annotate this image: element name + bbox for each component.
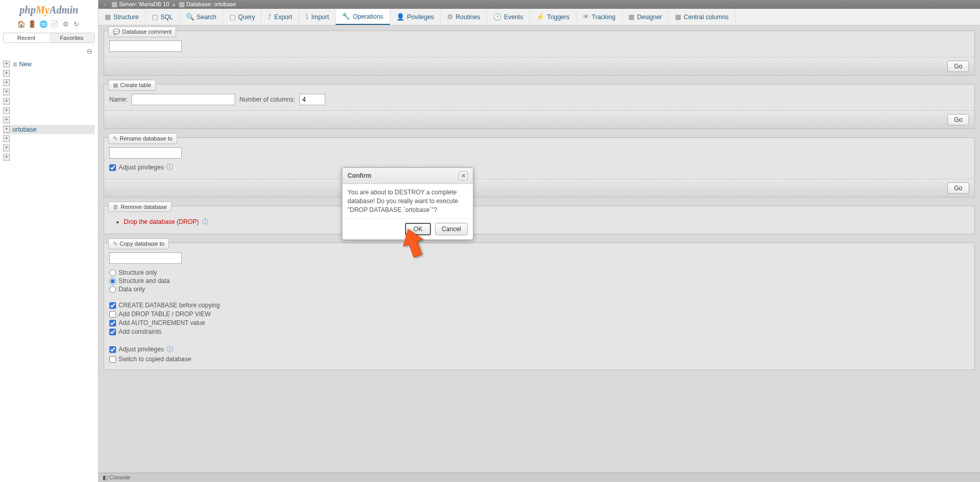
modal-body: You are about to DESTROY a complete data… xyxy=(342,184,473,219)
modal-overlay: Confirm ✕ You are about to DESTROY a com… xyxy=(0,0,980,482)
modal-title: Confirm xyxy=(348,172,371,179)
confirm-modal: Confirm ✕ You are about to DESTROY a com… xyxy=(342,167,473,240)
ok-button[interactable]: OK xyxy=(405,223,430,235)
close-icon[interactable]: ✕ xyxy=(458,171,468,180)
cancel-button[interactable]: Cancel xyxy=(435,223,468,235)
